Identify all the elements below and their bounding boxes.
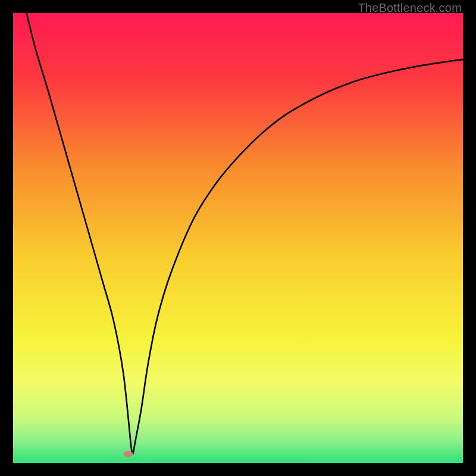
chart-frame (13, 13, 463, 463)
minimum-marker (124, 451, 133, 457)
bottleneck-chart (13, 13, 463, 463)
chart-background (13, 13, 463, 463)
